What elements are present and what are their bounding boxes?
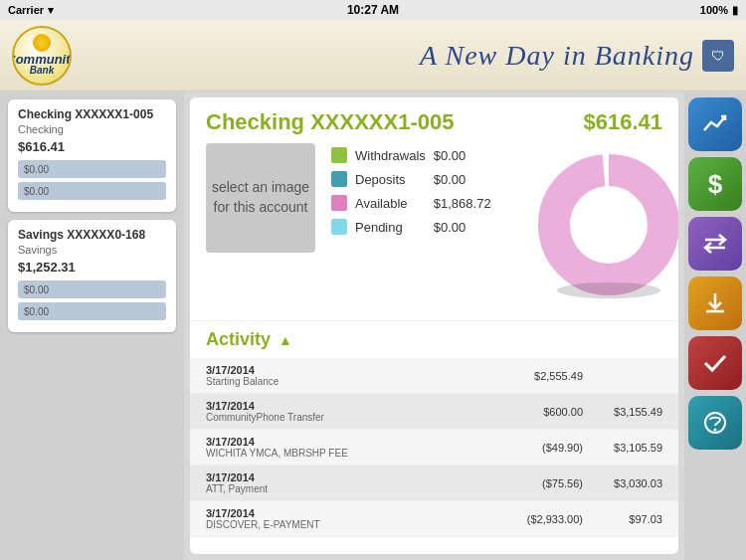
row-date-desc: 3/17/2014 CommunityPhone Transfer: [206, 400, 493, 423]
activity-sort-icon[interactable]: ▲: [279, 332, 292, 348]
activity-header: Activity ▲: [190, 320, 678, 358]
row-amount: $600.00: [493, 406, 583, 418]
available-label: Available: [355, 196, 426, 211]
account-header: Checking XXXXXX1-005 $616.41: [190, 97, 678, 143]
table-row: 3/17/2014 CommunityPhone Transfer $600.0…: [190, 394, 678, 430]
available-value: $1,868.72: [434, 196, 503, 211]
savings-bar1: $0.00: [18, 280, 166, 298]
dollar-button[interactable]: $: [688, 157, 742, 211]
table-row: 3/17/2014 ATT, Payment ($75.56) $3,030.0…: [190, 466, 678, 501]
account-title: Checking XXXXXX1-005: [206, 109, 454, 135]
tagline-text: A New Day in Banking: [420, 40, 694, 72]
checkmark-button[interactable]: [688, 336, 742, 390]
pending-color-swatch: [331, 219, 347, 235]
svg-point-8: [714, 429, 717, 432]
row-date: 3/17/2014: [206, 507, 493, 519]
body: Checking XXXXXX1-005 Checking $616.41 $0…: [0, 92, 746, 560]
accounts-button[interactable]: [688, 97, 742, 151]
tagline-area: A New Day in Banking 🛡: [420, 40, 734, 72]
contact-button[interactable]: [688, 396, 742, 450]
withdrawals-value: $0.00: [434, 148, 503, 163]
pending-label: Pending: [355, 220, 426, 235]
account-image-placeholder[interactable]: select an image for this account: [206, 143, 315, 253]
legend-available: Available $1,868.72: [331, 195, 503, 211]
deposits-color-swatch: [331, 171, 347, 187]
row-desc: ATT, Payment: [206, 483, 493, 494]
status-time: 10:27 AM: [347, 3, 399, 17]
image-placeholder-text: select an image for this account: [206, 178, 315, 217]
svg-point-2: [557, 282, 660, 298]
row-balance: $3,105.59: [583, 442, 662, 454]
app-container: Community Bank A New Day in Banking 🛡 Ch…: [0, 20, 746, 560]
row-date: 3/17/2014: [206, 364, 493, 376]
row-balance: $3,030.03: [583, 477, 662, 489]
row-date-desc: 3/17/2014 Starting Balance: [206, 364, 493, 387]
row-date: 3/17/2014: [206, 400, 493, 412]
status-bar: Carrier ▾ 10:27 AM 100% ▮: [0, 0, 746, 20]
carrier-label: Carrier: [8, 4, 44, 16]
svg-point-1: [574, 190, 644, 260]
checking-account-balance: $616.41: [18, 139, 166, 154]
available-color-swatch: [331, 195, 347, 211]
row-desc: WICHITA YMCA, MBRSHP FEE: [206, 448, 493, 459]
dollar-icon: $: [708, 169, 722, 200]
row-amount: ($49.90): [493, 442, 583, 454]
account-body: select an image for this account Withdra…: [190, 143, 678, 320]
status-right: 100% ▮: [700, 4, 738, 17]
shield-icon: 🛡: [702, 40, 734, 72]
row-amount: $2,555.49: [493, 370, 583, 382]
sun-icon: [33, 34, 51, 52]
row-balance: $97.03: [583, 513, 662, 525]
row-date-desc: 3/17/2014 ATT, Payment: [206, 471, 493, 494]
deposits-label: Deposits: [355, 172, 426, 187]
transfer-button[interactable]: [688, 217, 742, 271]
row-desc: Starting Balance: [206, 376, 493, 387]
row-balance: $3,155.49: [583, 406, 662, 418]
row-desc: CommunityPhone Transfer: [206, 412, 493, 423]
donut-chart: [519, 143, 678, 312]
checking-bar1: $0.00: [18, 160, 166, 178]
row-desc: DISCOVER, E-PAYMENT: [206, 519, 493, 530]
legend-deposits: Deposits $0.00: [331, 171, 503, 187]
row-date: 3/17/2014: [206, 471, 493, 483]
row-amount: ($75.56): [493, 477, 583, 489]
logo-circle: Community Bank: [12, 26, 72, 86]
legend-pending: Pending $0.00: [331, 219, 503, 235]
table-row: 3/17/2014 WICHITA YMCA, MBRSHP FEE ($49.…: [190, 430, 678, 466]
battery-label: 100%: [700, 4, 728, 16]
legend-area: Withdrawals $0.00 Deposits $0.00 Availab…: [331, 143, 503, 312]
table-row: 3/17/2014 DISCOVER, E-PAYMENT ($2,933.00…: [190, 501, 678, 537]
logo-text: Community Bank: [12, 53, 72, 76]
checking-account-name: Checking XXXXXX1-005: [18, 107, 166, 121]
activity-table: 3/17/2014 Starting Balance $2,555.49 3/1…: [190, 358, 678, 554]
withdrawals-color-swatch: [331, 147, 347, 163]
checking-account-type: Checking: [18, 123, 166, 135]
main-content: Checking XXXXXX1-005 $616.41 select an i…: [190, 97, 678, 554]
download-button[interactable]: [688, 277, 742, 330]
row-date-desc: 3/17/2014 WICHITA YMCA, MBRSHP FEE: [206, 436, 493, 459]
savings-account-name: Savings XXXXXX0-168: [18, 228, 166, 242]
savings-account-balance: $1,252.31: [18, 260, 166, 275]
account-amount: $616.41: [583, 109, 662, 135]
pending-value: $0.00: [434, 220, 503, 235]
row-amount: ($2,933.00): [493, 513, 583, 525]
withdrawals-label: Withdrawals: [355, 148, 426, 163]
savings-bar2: $0.00: [18, 302, 166, 320]
wifi-icon: ▾: [48, 4, 54, 17]
deposits-value: $0.00: [434, 172, 503, 187]
right-nav: $: [684, 92, 746, 560]
savings-account-card[interactable]: Savings XXXXXX0-168 Savings $1,252.31 $0…: [8, 220, 176, 332]
checking-account-card[interactable]: Checking XXXXXX1-005 Checking $616.41 $0…: [8, 99, 176, 212]
legend-withdrawals: Withdrawals $0.00: [331, 147, 503, 163]
sidebar: Checking XXXXXX1-005 Checking $616.41 $0…: [0, 92, 184, 560]
status-left: Carrier ▾: [8, 4, 54, 17]
row-date-desc: 3/17/2014 DISCOVER, E-PAYMENT: [206, 507, 493, 530]
table-row: 3/17/2014 Starting Balance $2,555.49: [190, 358, 678, 394]
bank-label: Bank: [30, 66, 54, 76]
activity-title: Activity: [206, 329, 271, 350]
logo-area: Community Bank: [12, 26, 72, 86]
row-date: 3/17/2014: [206, 436, 493, 448]
checking-bar2: $0.00: [18, 182, 166, 200]
header: Community Bank A New Day in Banking 🛡: [0, 20, 746, 92]
savings-account-type: Savings: [18, 244, 166, 256]
